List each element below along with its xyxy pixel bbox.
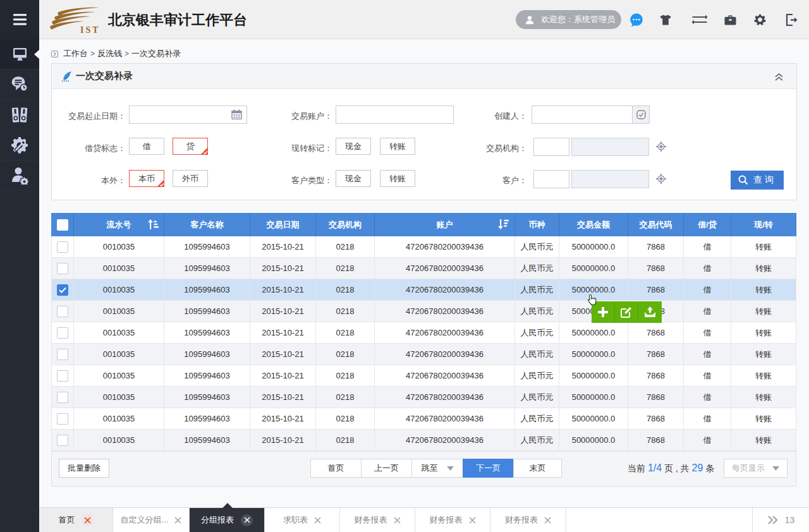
svg-text:IST: IST	[80, 25, 100, 33]
